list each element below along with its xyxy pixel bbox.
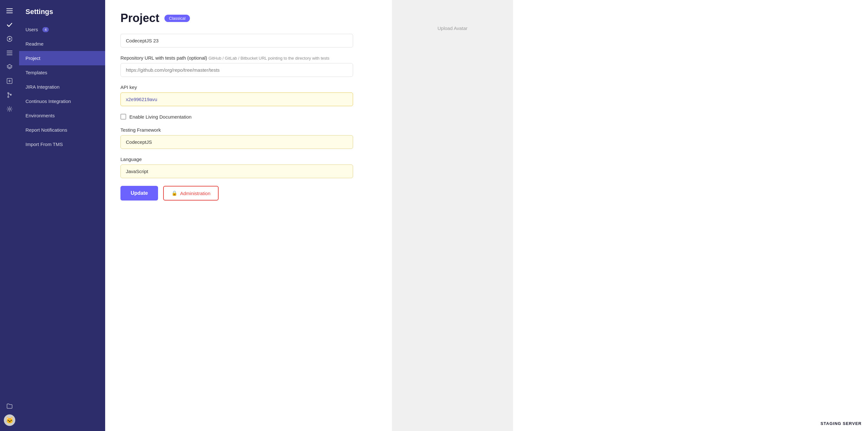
svg-rect-1 xyxy=(6,10,13,11)
staging-server-label: STAGING SERVER xyxy=(820,421,862,426)
page-header: Project Classical xyxy=(120,11,377,25)
svg-marker-4 xyxy=(9,38,11,40)
sidebar-item-label: JIRA Integration xyxy=(26,84,60,90)
sidebar-item-project[interactable]: Project xyxy=(19,51,105,65)
check-icon[interactable] xyxy=(4,19,15,31)
users-badge: 4 xyxy=(42,27,49,32)
import-icon[interactable] xyxy=(4,75,15,87)
api-key-label: API key xyxy=(120,85,377,90)
content-area: Project Classical Repository URL with te… xyxy=(105,0,392,431)
sidebar-item-import-tms[interactable]: Import From TMS xyxy=(19,137,105,151)
repo-url-label: Repository URL with tests path (optional… xyxy=(120,55,377,61)
svg-rect-7 xyxy=(7,55,12,55)
project-name-input[interactable] xyxy=(120,34,353,48)
sidebar-item-jira[interactable]: JIRA Integration xyxy=(19,80,105,94)
sidebar: Settings Users 4 Readme Project Template… xyxy=(19,0,105,431)
list-icon[interactable] xyxy=(4,47,15,59)
update-button[interactable]: Update xyxy=(120,186,158,201)
api-key-group: API key xyxy=(120,85,377,106)
sidebar-item-environments[interactable]: Environments xyxy=(19,109,105,123)
sidebar-item-report-notifications[interactable]: Report Notifications xyxy=(19,123,105,137)
sidebar-item-users[interactable]: Users 4 xyxy=(19,22,105,37)
svg-rect-6 xyxy=(7,53,12,53)
sidebar-item-label: Report Notifications xyxy=(26,127,67,133)
hamburger-icon[interactable] xyxy=(4,5,15,17)
api-key-input[interactable] xyxy=(120,92,353,106)
right-panel: Upload Avatar xyxy=(392,0,513,431)
sidebar-item-label: Templates xyxy=(26,70,47,75)
sidebar-item-readme[interactable]: Readme xyxy=(19,37,105,51)
icon-rail: 🐱 xyxy=(0,0,19,431)
svg-point-11 xyxy=(8,96,9,97)
testing-framework-group: Testing Framework xyxy=(120,127,377,149)
project-name-group xyxy=(120,34,377,48)
main-content: Project Classical Repository URL with te… xyxy=(105,0,868,431)
enable-living-doc-checkbox[interactable] xyxy=(120,114,126,120)
upload-avatar-text: Upload Avatar xyxy=(437,26,467,31)
language-input[interactable] xyxy=(120,164,353,178)
sidebar-item-label: Import From TMS xyxy=(26,142,63,147)
avatar[interactable]: 🐱 xyxy=(4,414,15,426)
svg-rect-5 xyxy=(7,51,12,51)
folder-icon[interactable] xyxy=(4,400,15,412)
svg-point-9 xyxy=(8,92,9,94)
repo-url-group: Repository URL with tests path (optional… xyxy=(120,55,377,77)
testing-framework-label: Testing Framework xyxy=(120,127,377,133)
action-row: Update 🔒 Administration xyxy=(120,186,377,201)
testing-framework-input[interactable] xyxy=(120,135,353,149)
sidebar-item-ci[interactable]: Continuos Integration xyxy=(19,94,105,109)
svg-point-12 xyxy=(9,108,10,110)
living-doc-label: Enable Living Documentation xyxy=(129,114,191,120)
branch-icon[interactable] xyxy=(4,89,15,101)
sidebar-item-label: Users xyxy=(26,27,38,32)
language-label: Language xyxy=(120,156,377,162)
lock-icon: 🔒 xyxy=(172,190,178,196)
sidebar-item-templates[interactable]: Templates xyxy=(19,65,105,80)
layers-icon[interactable] xyxy=(4,61,15,73)
play-icon[interactable] xyxy=(4,33,15,44)
repo-url-sublabel: GitHub / GitLab / Bitbucket URL pointing… xyxy=(208,56,330,61)
repo-url-input[interactable] xyxy=(120,63,353,77)
sidebar-item-label: Continuos Integration xyxy=(26,98,71,104)
sidebar-item-label: Readme xyxy=(26,41,44,47)
classical-badge: Classical xyxy=(164,15,190,22)
gear-icon[interactable] xyxy=(4,103,15,115)
svg-rect-0 xyxy=(6,8,13,9)
svg-rect-2 xyxy=(6,12,13,13)
living-doc-row: Enable Living Documentation xyxy=(120,114,377,120)
sidebar-title: Settings xyxy=(19,5,105,22)
sidebar-item-label: Project xyxy=(26,56,40,61)
language-group: Language xyxy=(120,156,377,178)
sidebar-item-label: Environments xyxy=(26,113,55,118)
administration-button[interactable]: 🔒 Administration xyxy=(163,186,219,201)
page-title: Project xyxy=(120,11,159,25)
